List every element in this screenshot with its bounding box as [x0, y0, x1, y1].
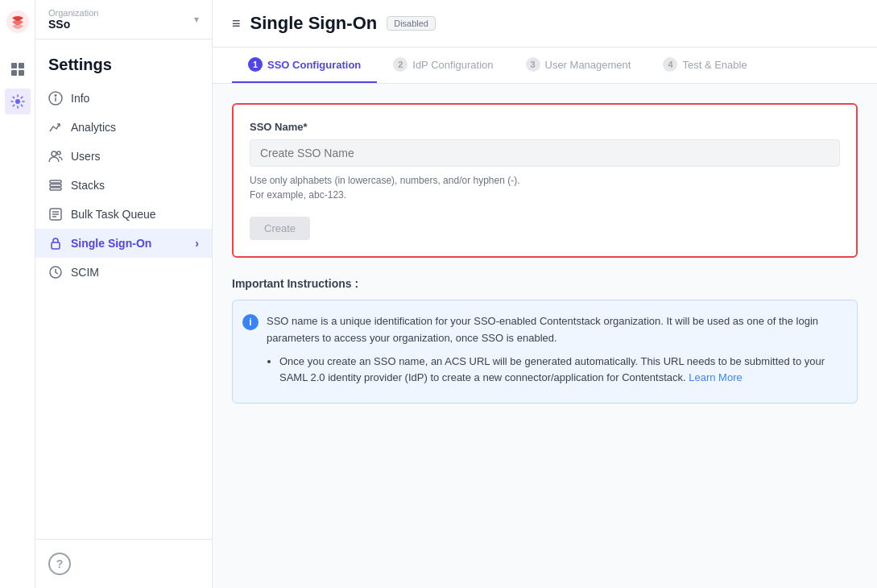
- svg-rect-12: [50, 184, 61, 187]
- sidebar-item-sso[interactable]: Single Sign-On ›: [35, 229, 212, 258]
- svg-point-10: [57, 151, 60, 155]
- tab-num-3: 3: [526, 57, 540, 72]
- chevron-right-icon: ›: [195, 237, 199, 250]
- sidebar-item-bulk-task-label: Bulk Task Queue: [71, 208, 156, 221]
- tab-num-1: 1: [248, 57, 263, 72]
- svg-rect-2: [19, 63, 24, 68]
- tab-num-4: 4: [663, 57, 677, 72]
- hamburger-icon[interactable]: ≡: [232, 15, 241, 32]
- sidebar-item-users[interactable]: Users: [35, 142, 212, 171]
- svg-rect-3: [11, 70, 17, 76]
- sidebar-item-info[interactable]: Info: [35, 84, 212, 113]
- sidebar-item-analytics-label: Analytics: [71, 121, 116, 134]
- instruction-point2: Once you create an SSO name, an ACS URL …: [279, 355, 825, 384]
- svg-rect-4: [19, 70, 24, 76]
- svg-rect-11: [50, 188, 61, 190]
- tab-test-enable[interactable]: 4 Test & Enable: [647, 48, 763, 83]
- sso-name-input[interactable]: [250, 139, 840, 167]
- org-selector[interactable]: Organization SSo ▾: [35, 0, 212, 39]
- status-badge: Disabled: [387, 16, 436, 31]
- icon-rail: [0, 0, 35, 588]
- org-name: SSo: [48, 18, 98, 31]
- sidebar-item-users-label: Users: [71, 150, 101, 163]
- tab-label-idp-config: IdP Configuration: [412, 59, 493, 71]
- rail-settings-icon[interactable]: [5, 89, 31, 114]
- svg-point-9: [52, 151, 56, 156]
- main-header: ≡ Single Sign-On Disabled: [213, 0, 877, 48]
- tab-idp-config[interactable]: 2 IdP Configuration: [377, 48, 509, 83]
- instructions-box: i SSO name is a unique identification fo…: [232, 300, 858, 404]
- sidebar-item-scim-label: SCIM: [71, 266, 99, 279]
- create-button[interactable]: Create: [250, 217, 310, 240]
- main-content: ≡ Single Sign-On Disabled 1 SSO Configur…: [213, 0, 877, 588]
- analytics-icon: [48, 120, 63, 135]
- sidebar-item-sso-label: Single Sign-On: [71, 237, 151, 250]
- sidebar-item-info-label: Info: [71, 92, 89, 105]
- svg-rect-1: [11, 63, 17, 68]
- page-title: Single Sign-On: [250, 13, 378, 34]
- sidebar-title: Settings: [35, 39, 212, 84]
- lock-icon: [48, 236, 63, 251]
- svg-point-5: [15, 99, 20, 104]
- sidebar: Organization SSo ▾ Settings Info Analyti…: [35, 0, 213, 588]
- tab-label-sso-config: SSO Configuration: [267, 59, 361, 71]
- sidebar-item-stacks-label: Stacks: [71, 179, 105, 192]
- learn-more-link[interactable]: Learn More: [689, 371, 742, 383]
- tab-user-mgmt[interactable]: 3 User Management: [510, 48, 647, 83]
- app-logo[interactable]: [6, 10, 30, 34]
- sidebar-item-scim[interactable]: SCIM: [35, 258, 212, 287]
- sso-hint-line1: Use only alphabets (in lowercase), numbe…: [250, 175, 840, 186]
- tabs-bar: 1 SSO Configuration 2 IdP Configuration …: [213, 48, 877, 84]
- instructions-text: SSO name is a unique identification for …: [267, 313, 844, 390]
- org-label: Organization: [48, 8, 98, 18]
- svg-rect-13: [50, 180, 61, 183]
- tab-label-user-mgmt: User Management: [545, 59, 631, 71]
- sso-name-card: SSO Name* Use only alphabets (in lowerca…: [232, 103, 858, 258]
- rail-grid-icon[interactable]: [5, 56, 31, 82]
- tab-sso-config[interactable]: 1 SSO Configuration: [232, 48, 377, 83]
- help-button[interactable]: ?: [48, 553, 71, 575]
- instructions-title: Important Instructions :: [232, 277, 858, 290]
- tab-label-test-enable: Test & Enable: [682, 59, 747, 71]
- sso-hint-line2: For example, abc-123.: [250, 189, 840, 201]
- svg-rect-15: [52, 242, 60, 249]
- instruction-point1: SSO name is a unique identification for …: [267, 315, 818, 344]
- org-chevron-icon: ▾: [194, 14, 199, 25]
- info-icon: [48, 91, 63, 106]
- sidebar-footer: ?: [35, 539, 212, 588]
- sidebar-item-bulk-task[interactable]: Bulk Task Queue: [35, 200, 212, 229]
- scim-icon: [48, 265, 63, 280]
- sidebar-item-stacks[interactable]: Stacks: [35, 171, 212, 200]
- svg-point-8: [55, 95, 56, 97]
- tab-num-2: 2: [393, 57, 407, 72]
- info-circle-icon: i: [242, 314, 259, 330]
- users-icon: [48, 149, 63, 164]
- stacks-icon: [48, 178, 63, 193]
- content-area: SSO Name* Use only alphabets (in lowerca…: [213, 84, 877, 588]
- sidebar-nav: Info Analytics Users Stacks: [35, 84, 212, 539]
- sidebar-item-analytics[interactable]: Analytics: [35, 113, 212, 142]
- bulk-task-icon: [48, 207, 63, 222]
- instructions-section: Important Instructions : i SSO name is a…: [232, 277, 858, 404]
- sso-name-label: SSO Name*: [250, 121, 840, 133]
